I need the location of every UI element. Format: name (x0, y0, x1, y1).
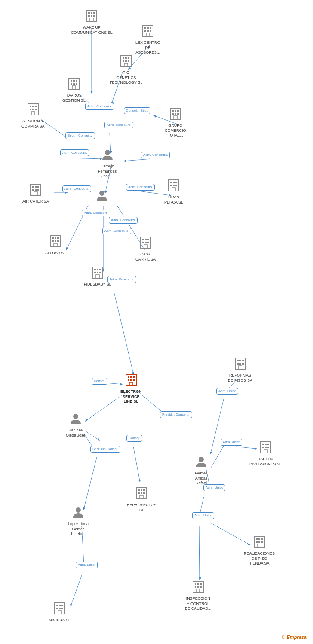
svg-rect-128 (130, 379, 132, 381)
building-icon-lex (141, 24, 155, 39)
svg-rect-111 (142, 242, 144, 243)
svg-rect-127 (128, 379, 129, 381)
svg-rect-72 (31, 112, 35, 115)
label-inspeccion: INSPECCION Y CONTROL DE CALIDAD... (185, 596, 212, 611)
label-grupo: GRUPO COMERCIO TOTAL... (165, 123, 186, 138)
svg-rect-120 (97, 272, 98, 273)
svg-rect-48 (146, 33, 150, 36)
svg-rect-181 (58, 611, 61, 614)
svg-rect-58 (71, 80, 72, 82)
svg-rect-121 (99, 272, 101, 273)
badge-b9: Adm. Concours. (82, 210, 110, 216)
svg-rect-153 (138, 492, 140, 494)
node-person-middle (95, 189, 108, 204)
person-icon-sanjose (69, 412, 82, 427)
svg-rect-71 (35, 109, 37, 110)
label-lex: LEX CENTRO DE ASESORES... (135, 40, 160, 55)
svg-rect-167 (195, 583, 196, 585)
svg-rect-119 (94, 272, 96, 273)
footer: © Empresa (282, 635, 307, 640)
svg-point-140 (199, 457, 204, 462)
building-icon-wake-up (85, 9, 98, 24)
svg-line-22 (84, 457, 97, 509)
svg-rect-124 (128, 376, 129, 378)
svg-rect-112 (145, 242, 147, 243)
svg-rect-98 (172, 188, 175, 191)
svg-rect-80 (174, 116, 177, 119)
svg-rect-36 (93, 12, 95, 14)
svg-line-16 (107, 383, 121, 384)
svg-rect-114 (144, 245, 147, 248)
svg-rect-54 (125, 60, 127, 62)
node-sanjose: Sanjose Ojeda Jose (66, 412, 86, 438)
svg-rect-113 (147, 242, 149, 243)
svg-rect-47 (150, 30, 151, 32)
person-icon-lopez (72, 506, 85, 521)
svg-rect-110 (147, 239, 149, 240)
node-fidesbaby: FIDESBABY SL (84, 265, 111, 287)
building-icon-casa (139, 235, 153, 251)
svg-rect-100 (52, 237, 54, 239)
badge-b17: Adm. Unico (216, 388, 238, 395)
svg-rect-105 (57, 240, 59, 242)
svg-rect-95 (170, 185, 172, 186)
badge-b8: Adm. Concours. (126, 184, 155, 191)
svg-rect-142 (262, 444, 264, 445)
svg-rect-86 (32, 189, 34, 191)
node-pig-genetics: PIG GENETICS TECHNOLOGY SL (110, 54, 142, 85)
svg-rect-45 (144, 30, 146, 32)
svg-line-19 (86, 431, 99, 440)
svg-rect-67 (32, 106, 34, 107)
svg-rect-106 (54, 243, 57, 247)
node-gran-perca: GRAN PERCA SL (164, 178, 183, 205)
svg-rect-88 (37, 189, 39, 191)
node-casa-carril: CASA CARRIL SA (135, 235, 156, 262)
svg-point-90 (99, 191, 104, 196)
svg-line-32 (71, 575, 82, 605)
svg-rect-147 (267, 447, 269, 448)
svg-rect-42 (144, 27, 146, 29)
label-lopez: Lopez- brea Gomez Loreto... (68, 522, 89, 537)
svg-rect-125 (130, 376, 132, 378)
badge-b13: Consej. (92, 378, 107, 385)
node-air-cater: AIR CATER SA (22, 182, 49, 204)
svg-rect-161 (261, 538, 263, 540)
svg-rect-154 (141, 492, 142, 494)
svg-rect-171 (197, 586, 199, 588)
badge-b20: Adm. Unico (192, 512, 214, 519)
badge-b16: Secr. No Consej. (90, 446, 120, 453)
badge-b7: Adm. Concours. (62, 185, 91, 192)
svg-line-25 (211, 442, 226, 468)
building-icon-gran (167, 178, 181, 194)
badge-b1: Adm. Concours. (85, 103, 114, 110)
svg-rect-38 (91, 15, 92, 17)
building-icon-reproyectos (135, 486, 148, 502)
svg-rect-136 (239, 363, 241, 365)
svg-rect-87 (35, 189, 37, 191)
svg-rect-89 (34, 192, 37, 195)
svg-rect-34 (88, 12, 90, 14)
building-icon-reformas (233, 356, 247, 372)
svg-line-7 (72, 158, 101, 159)
badge-b19: Adm. Unico (203, 484, 225, 491)
svg-rect-60 (76, 80, 77, 82)
diagram: WAKE UP COMMUNICATIONS SL LEX CENTRO DE … (0, 0, 313, 644)
svg-rect-132 (237, 360, 239, 361)
building-icon-dahlem (259, 440, 273, 456)
building-icon-fidesbaby (91, 265, 104, 281)
building-icon-realizaciones (252, 535, 266, 550)
svg-rect-68 (35, 106, 37, 107)
svg-rect-108 (142, 239, 144, 240)
svg-rect-76 (177, 110, 179, 112)
node-tavros: TAVROS GESTION SL (62, 76, 86, 103)
svg-rect-75 (175, 110, 176, 112)
svg-rect-62 (73, 83, 75, 85)
brand-name: Empresa (287, 635, 307, 640)
svg-rect-180 (61, 608, 63, 609)
badge-b10: Adm. Concours. (109, 217, 138, 224)
node-electron: ELECTRON SERVICE LINE SL (120, 373, 142, 404)
label-fidesbaby: FIDESBABY SL (84, 282, 111, 287)
svg-rect-102 (57, 237, 59, 239)
badge-b15: Consej. (126, 435, 142, 442)
badge-b5: Adm. Concours. (60, 149, 89, 156)
